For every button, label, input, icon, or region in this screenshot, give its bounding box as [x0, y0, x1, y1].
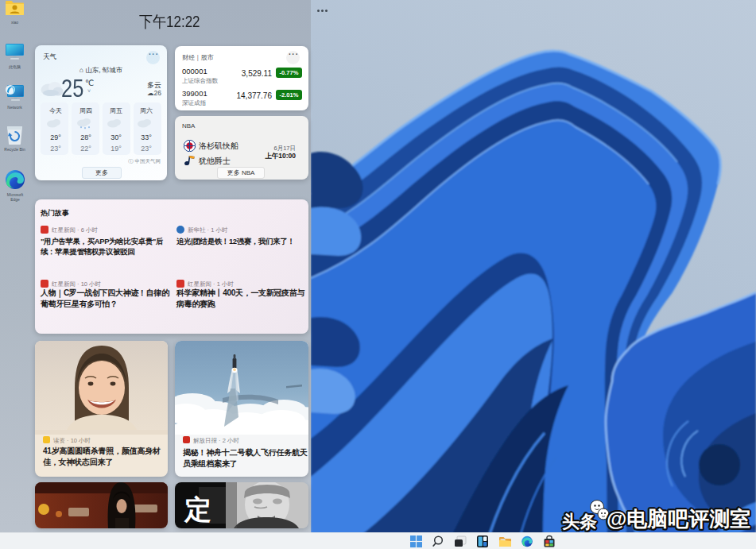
- svg-text:定: 定: [184, 494, 211, 524]
